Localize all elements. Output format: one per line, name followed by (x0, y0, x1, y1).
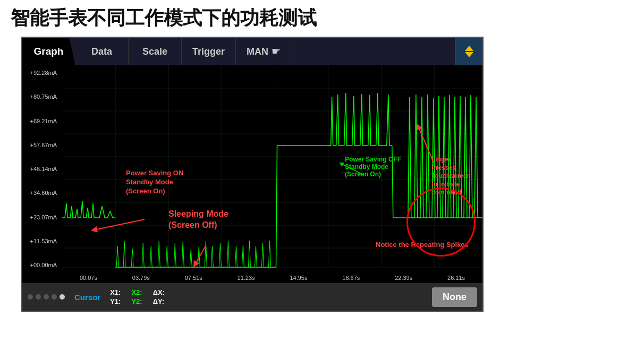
tab-data[interactable]: Data (75, 38, 129, 65)
x-label-1: 03.79s (132, 275, 150, 281)
instrument-panel: Graph Data Scale Trigger MAN ☛ +92.28mA … (21, 37, 484, 312)
x2-label: X2: (131, 288, 142, 296)
tab-scale[interactable]: Scale (129, 38, 182, 65)
graph-area: +92.28mA +80.75mA +69.21mA +57.67mA +46.… (22, 65, 482, 272)
dot-2 (36, 294, 41, 300)
x1-group: X1: Y1: (110, 288, 121, 305)
cursor-label: Cursor (74, 293, 100, 302)
y-label-5: +34.60mA (22, 190, 60, 196)
y2-label: Y2: (131, 297, 142, 305)
x-label-3: 11.23s (238, 275, 255, 281)
dot-3 (44, 294, 49, 300)
y-label-0: +92.28mA (22, 70, 60, 76)
y1-label: Y1: (110, 297, 121, 305)
hand-icon: ☛ (272, 46, 280, 57)
y-label-3: +57.67mA (22, 142, 60, 148)
x-label-5: 18.67s (342, 275, 360, 281)
tab-man[interactable]: MAN ☛ (236, 38, 291, 65)
y-axis: +92.28mA +80.75mA +69.21mA +57.67mA +46.… (22, 65, 62, 272)
dot-1 (28, 294, 33, 300)
dx-label: ΔX: (153, 288, 165, 296)
y-label-4: +46.14mA (22, 166, 60, 172)
tab-arrow-button[interactable] (455, 38, 482, 65)
arrow-updown-icon (465, 46, 473, 57)
y-label-1: +80.75mA (22, 93, 60, 100)
x1-label: X1: (110, 288, 121, 296)
chart-svg (62, 65, 482, 272)
x-label-2: 07.51s (185, 275, 202, 281)
y-label-6: +23.07mA (22, 214, 60, 220)
annotation-power-saving-off: Power Saving OFFStandby Mode(Screen On) (345, 156, 401, 178)
x-label-6: 22.39s (395, 275, 412, 281)
dots-container (28, 294, 65, 300)
y-label-7: +11.53mA (22, 238, 60, 244)
chart-wrapper: Power Saving ONStandby Mode(Screen On) (62, 65, 482, 272)
dot-5 (60, 294, 65, 300)
y-label-8: +00.00mA (22, 262, 60, 268)
x-axis: 00.07s 03.79s 07.51s 11.23s 14.95s 18.67… (22, 272, 482, 283)
y-label-2: +69.21mA (22, 118, 60, 124)
delta-group: ΔX: ΔY: (153, 288, 165, 305)
x-label-7: 26.11s (447, 275, 465, 281)
tab-bar: Graph Data Scale Trigger MAN ☛ (22, 38, 482, 65)
cursor-coords: X1: Y1: X2: Y2: ΔX: ΔY: (110, 288, 427, 305)
x2-group: X2: Y2: (131, 288, 142, 305)
dot-4 (52, 294, 57, 300)
tab-trigger[interactable]: Trigger (182, 38, 236, 65)
tab-graph[interactable]: Graph (22, 38, 75, 65)
bottom-bar: Cursor X1: Y1: X2: Y2: ΔX: ΔY: None (22, 283, 482, 311)
x-label-0: 00.07s (80, 275, 97, 281)
page-title: 智能手表不同工作模式下的功耗测试 (11, 5, 633, 31)
dy-label: ΔY: (153, 297, 165, 305)
none-button[interactable]: None (432, 287, 477, 307)
x-label-4: 14.95s (290, 275, 307, 281)
